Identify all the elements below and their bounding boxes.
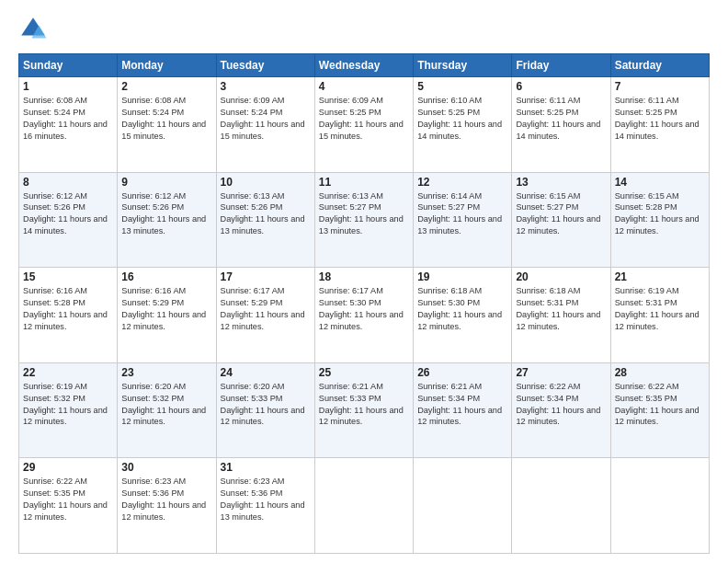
calendar-day: 19Sunrise: 6:18 AMSunset: 5:30 PMDayligh… (414, 268, 512, 363)
sunrise-label: Sunrise: 6:17 AM (319, 286, 383, 295)
day-number: 5 (417, 80, 507, 93)
day-info: Sunrise: 6:14 AMSunset: 5:27 PMDaylight:… (417, 190, 507, 238)
day-number: 27 (516, 366, 606, 379)
calendar-day: 12Sunrise: 6:14 AMSunset: 5:27 PMDayligh… (414, 172, 512, 268)
daylight-label: Daylight: 11 hours and 14 minutes. (23, 214, 108, 236)
day-number: 18 (319, 270, 409, 283)
sunset-label: Sunset: 5:31 PM (615, 298, 677, 307)
sunset-label: Sunset: 5:29 PM (121, 298, 184, 307)
sunrise-label: Sunrise: 6:09 AM (319, 96, 383, 105)
weekday-header: Thursday (414, 54, 512, 77)
day-info: Sunrise: 6:09 AMSunset: 5:24 PMDaylight:… (221, 95, 311, 143)
sunset-label: Sunset: 5:26 PM (23, 202, 85, 212)
sunrise-label: Sunrise: 6:19 AM (23, 382, 87, 391)
sunset-label: Sunset: 5:24 PM (221, 108, 283, 117)
sunrise-label: Sunrise: 6:08 AM (121, 96, 186, 105)
sunrise-label: Sunrise: 6:22 AM (615, 382, 679, 391)
weekday-header: Wednesday (314, 54, 413, 77)
day-number: 24 (221, 366, 311, 379)
day-number: 6 (516, 80, 606, 93)
sunset-label: Sunset: 5:28 PM (23, 298, 85, 307)
calendar-day: 16Sunrise: 6:16 AMSunset: 5:29 PMDayligh… (118, 268, 216, 363)
day-number: 29 (23, 461, 113, 474)
day-number: 8 (23, 176, 113, 189)
day-number: 4 (319, 80, 409, 93)
day-info: Sunrise: 6:22 AMSunset: 5:34 PMDaylight:… (516, 381, 606, 429)
sunset-label: Sunset: 5:29 PM (221, 298, 283, 307)
sunrise-label: Sunrise: 6:18 AM (516, 286, 580, 295)
sunset-label: Sunset: 5:36 PM (221, 488, 283, 498)
day-info: Sunrise: 6:21 AMSunset: 5:34 PMDaylight:… (417, 381, 507, 429)
daylight-label: Daylight: 11 hours and 14 minutes. (417, 120, 502, 141)
sunset-label: Sunset: 5:27 PM (516, 202, 578, 212)
logo (18, 15, 51, 44)
calendar-day: 1Sunrise: 6:08 AMSunset: 5:24 PMDaylight… (19, 77, 118, 173)
sunrise-label: Sunrise: 6:19 AM (615, 286, 679, 295)
day-number: 16 (121, 270, 211, 283)
weekday-header: Monday (118, 54, 216, 77)
day-info: Sunrise: 6:17 AMSunset: 5:30 PMDaylight:… (319, 285, 409, 333)
sunset-label: Sunset: 5:35 PM (23, 488, 85, 498)
sunrise-label: Sunrise: 6:23 AM (121, 477, 186, 486)
sunrise-label: Sunrise: 6:09 AM (221, 96, 285, 105)
weekday-header: Sunday (19, 54, 118, 77)
calendar-day: 7Sunrise: 6:11 AMSunset: 5:25 PMDaylight… (610, 77, 709, 173)
day-info: Sunrise: 6:22 AMSunset: 5:35 PMDaylight:… (23, 476, 113, 523)
daylight-label: Daylight: 11 hours and 16 minutes. (23, 120, 108, 141)
day-number: 25 (319, 366, 409, 379)
calendar-day: 6Sunrise: 6:11 AMSunset: 5:25 PMDaylight… (512, 77, 610, 173)
sunrise-label: Sunrise: 6:08 AM (23, 96, 87, 105)
daylight-label: Daylight: 11 hours and 13 minutes. (121, 214, 206, 236)
day-number: 10 (221, 176, 311, 189)
sunset-label: Sunset: 5:30 PM (417, 298, 480, 307)
weekday-header: Saturday (610, 54, 709, 77)
day-number: 19 (417, 270, 507, 283)
day-number: 12 (417, 176, 507, 189)
day-number: 22 (23, 366, 113, 379)
day-info: Sunrise: 6:17 AMSunset: 5:29 PMDaylight:… (221, 285, 311, 333)
sunrise-label: Sunrise: 6:13 AM (319, 191, 383, 201)
calendar-day: 26Sunrise: 6:21 AMSunset: 5:34 PMDayligh… (414, 362, 512, 458)
day-number: 9 (121, 176, 211, 189)
sunrise-label: Sunrise: 6:18 AM (417, 286, 482, 295)
daylight-label: Daylight: 11 hours and 13 minutes. (417, 214, 502, 236)
day-number: 26 (417, 366, 507, 379)
sunrise-label: Sunrise: 6:14 AM (417, 191, 482, 201)
sunrise-label: Sunrise: 6:21 AM (417, 382, 482, 391)
day-number: 30 (121, 461, 211, 474)
sunrise-label: Sunrise: 6:22 AM (23, 477, 87, 486)
page: SundayMondayTuesdayWednesdayThursdayFrid… (0, 0, 728, 563)
sunset-label: Sunset: 5:32 PM (23, 394, 85, 403)
daylight-label: Daylight: 11 hours and 12 minutes. (516, 406, 600, 427)
sunset-label: Sunset: 5:31 PM (516, 298, 578, 307)
daylight-label: Daylight: 11 hours and 12 minutes. (615, 406, 700, 427)
calendar-day: 2Sunrise: 6:08 AMSunset: 5:24 PMDaylight… (118, 77, 216, 173)
sunrise-label: Sunrise: 6:17 AM (221, 286, 285, 295)
calendar-day: 10Sunrise: 6:13 AMSunset: 5:26 PMDayligh… (216, 172, 314, 268)
weekday-header: Tuesday (216, 54, 314, 77)
daylight-label: Daylight: 11 hours and 12 minutes. (121, 406, 206, 427)
day-info: Sunrise: 6:13 AMSunset: 5:27 PMDaylight:… (319, 190, 409, 238)
sunrise-label: Sunrise: 6:22 AM (516, 382, 580, 391)
daylight-label: Daylight: 11 hours and 13 minutes. (221, 214, 305, 236)
calendar-day: 20Sunrise: 6:18 AMSunset: 5:31 PMDayligh… (512, 268, 610, 363)
day-info: Sunrise: 6:08 AMSunset: 5:24 PMDaylight:… (23, 95, 113, 143)
daylight-label: Daylight: 11 hours and 12 minutes. (417, 406, 502, 427)
daylight-label: Daylight: 11 hours and 12 minutes. (319, 310, 404, 331)
sunset-label: Sunset: 5:27 PM (417, 202, 480, 212)
empty-cell (414, 458, 512, 554)
sunset-label: Sunset: 5:25 PM (319, 108, 381, 117)
daylight-label: Daylight: 11 hours and 12 minutes. (221, 310, 305, 331)
sunset-label: Sunset: 5:25 PM (417, 108, 480, 117)
header (18, 15, 710, 44)
calendar-day: 13Sunrise: 6:15 AMSunset: 5:27 PMDayligh… (512, 172, 610, 268)
calendar-day: 27Sunrise: 6:22 AMSunset: 5:34 PMDayligh… (512, 362, 610, 458)
day-info: Sunrise: 6:23 AMSunset: 5:36 PMDaylight:… (221, 476, 311, 523)
sunrise-label: Sunrise: 6:11 AM (615, 96, 679, 105)
daylight-label: Daylight: 11 hours and 12 minutes. (516, 310, 600, 331)
day-info: Sunrise: 6:18 AMSunset: 5:30 PMDaylight:… (417, 285, 507, 333)
day-info: Sunrise: 6:21 AMSunset: 5:33 PMDaylight:… (319, 381, 409, 429)
daylight-label: Daylight: 11 hours and 13 minutes. (221, 500, 305, 522)
day-number: 14 (615, 176, 705, 189)
calendar-day: 21Sunrise: 6:19 AMSunset: 5:31 PMDayligh… (610, 268, 709, 363)
